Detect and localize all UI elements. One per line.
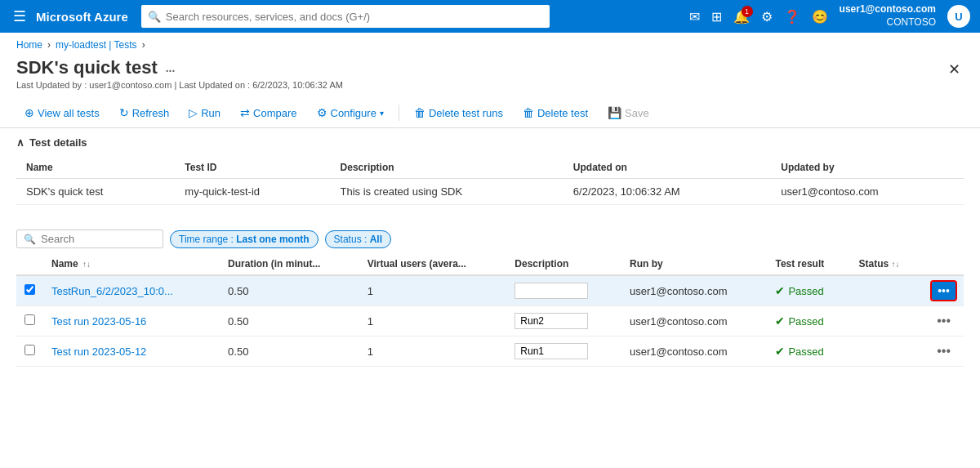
search-icon: 🔍 xyxy=(148,11,161,23)
nav-icons: ✉ ⊞ 🔔 1 ⚙ ❓ 😊 user1@contoso.com CONTOSO … xyxy=(689,3,970,29)
row2-status xyxy=(851,306,924,337)
breadcrumb-loadtest[interactable]: my-loadtest | Tests xyxy=(56,39,137,51)
test-details-table: Name Test ID Description Updated on Upda… xyxy=(16,157,964,205)
test-details-section: ∧ Test details Name Test ID Description … xyxy=(0,128,980,221)
row3-vusers: 1 xyxy=(359,337,507,367)
row2-description xyxy=(506,306,621,337)
toolbar: ⊕ View all tests ↻ Refresh ▷ Run ⇄ Compa… xyxy=(0,98,980,128)
row3-checkbox[interactable] xyxy=(24,345,35,355)
view-all-icon: ⊕ xyxy=(24,106,34,119)
configure-button[interactable]: ⚙ Configure ▾ xyxy=(309,103,392,123)
time-range-filter[interactable]: Time range : Last one month xyxy=(170,230,318,248)
hamburger-menu[interactable]: ☰ xyxy=(10,4,29,29)
row3-checkbox-cell xyxy=(16,337,43,367)
table-row: Test run 2023-05-16 0.50 1 user1@contoso… xyxy=(16,306,964,337)
compare-button[interactable]: ⇄ Compare xyxy=(232,103,305,123)
row2-vusers: 1 xyxy=(359,306,507,337)
row2-more-actions: ••• xyxy=(924,306,964,337)
row3-more-button[interactable]: ••• xyxy=(932,342,956,360)
row1-description xyxy=(506,275,621,306)
row2-checkbox[interactable] xyxy=(24,314,35,325)
detail-name: SDK's quick test xyxy=(16,179,175,205)
row1-testresult: ✔ Passed xyxy=(767,275,850,306)
row1-name: TestRun_6/2/2023_10:0... xyxy=(43,275,220,306)
row2-desc-input[interactable] xyxy=(514,313,588,329)
row2-duration: 0.50 xyxy=(220,306,359,337)
help-icon[interactable]: ❓ xyxy=(784,9,800,25)
runs-section: Name ↑↓ Duration (in minut... Virtual us… xyxy=(0,253,980,367)
runs-col-name: Name ↑↓ xyxy=(43,253,220,275)
save-icon: 💾 xyxy=(608,106,621,119)
run-button[interactable]: ▷ Run xyxy=(180,103,229,123)
toolbar-separator xyxy=(399,105,399,121)
status-filter[interactable]: Status : All xyxy=(325,230,391,248)
passed-icon: ✔ xyxy=(775,345,785,358)
save-button[interactable]: 💾 Save xyxy=(599,103,657,123)
col-name: Name xyxy=(16,157,175,179)
runs-col-status: Status ↑↓ xyxy=(851,253,924,275)
delete-runs-button[interactable]: 🗑 Delete test runs xyxy=(406,103,511,123)
row2-checkbox-cell xyxy=(16,306,43,337)
row1-checkbox[interactable] xyxy=(24,284,35,295)
row2-runby: user1@contoso.com xyxy=(621,306,767,337)
settings-icon[interactable]: ⚙ xyxy=(761,9,773,25)
row3-desc-input[interactable] xyxy=(514,343,588,359)
notification-badge: 1 xyxy=(742,6,753,17)
close-button[interactable]: ✕ xyxy=(945,57,964,82)
collapse-icon: ∧ xyxy=(16,136,24,149)
page-title: SDK's quick test xyxy=(16,57,158,78)
row2-testresult: ✔ Passed xyxy=(767,306,850,337)
runs-col-duration: Duration (in minut... xyxy=(220,253,359,275)
col-description: Description xyxy=(331,157,564,179)
delete-test-icon: 🗑 xyxy=(523,106,534,119)
breadcrumb-home[interactable]: Home xyxy=(16,39,42,51)
user-info: user1@contoso.com CONTOSO xyxy=(840,3,936,29)
row1-name-link[interactable]: TestRun_6/2/2023_10:0... xyxy=(51,285,173,297)
view-all-tests-button[interactable]: ⊕ View all tests xyxy=(16,103,108,123)
run-icon: ▷ xyxy=(189,106,198,119)
email-icon[interactable]: ✉ xyxy=(689,9,700,25)
page-subtitle: Last Updated by : user1@contoso.com | La… xyxy=(16,80,343,90)
search-input[interactable] xyxy=(41,233,156,245)
row3-name-link[interactable]: Test run 2023-05-12 xyxy=(51,345,146,358)
runs-col-testresult: Test result xyxy=(767,253,850,275)
runs-col-actions xyxy=(924,253,964,275)
runs-col-vusers: Virtual users (avera... xyxy=(359,253,507,275)
detail-testid: my-quick-test-id xyxy=(175,179,330,205)
row2-more-button[interactable]: ••• xyxy=(932,312,956,330)
passed-icon: ✔ xyxy=(775,284,785,297)
search-icon: 🔍 xyxy=(24,234,36,245)
global-search-input[interactable] xyxy=(166,11,543,23)
ellipsis-menu[interactable]: ... xyxy=(166,61,176,74)
portal-icon[interactable]: ⊞ xyxy=(711,9,722,25)
avatar[interactable]: U xyxy=(947,5,970,28)
delete-test-button[interactable]: 🗑 Delete test xyxy=(514,103,596,123)
table-row: TestRun_6/2/2023_10:0... 0.50 1 user1@co… xyxy=(16,275,964,306)
row2-name-link[interactable]: Test run 2023-05-16 xyxy=(51,315,146,328)
refresh-button[interactable]: ↻ Refresh xyxy=(111,103,178,123)
test-details-row: SDK's quick test my-quick-test-id This i… xyxy=(16,179,964,205)
refresh-icon: ↻ xyxy=(119,106,129,119)
configure-icon: ⚙ xyxy=(317,106,327,119)
row1-desc-input[interactable] xyxy=(514,283,588,299)
row1-runby: user1@contoso.com xyxy=(621,275,767,306)
name-sort-icon[interactable]: ↑↓ xyxy=(82,260,91,269)
row2-name: Test run 2023-05-16 xyxy=(43,306,220,337)
feedback-icon[interactable]: 😊 xyxy=(812,9,828,25)
status-sort-icon[interactable]: ↑↓ xyxy=(892,260,900,269)
test-details-header[interactable]: ∧ Test details xyxy=(16,136,964,149)
row3-description xyxy=(506,337,621,367)
row1-more-actions: ••• xyxy=(924,275,964,306)
row3-duration: 0.50 xyxy=(220,337,359,367)
row3-status xyxy=(851,337,924,367)
runs-table: Name ↑↓ Duration (in minut... Virtual us… xyxy=(16,253,964,367)
brand-logo: Microsoft Azure xyxy=(36,10,128,24)
row1-more-button[interactable]: ••• xyxy=(932,282,956,300)
row1-checkbox-cell xyxy=(16,275,43,306)
detail-updatedon: 6/2/2023, 10:06:32 AM xyxy=(564,179,771,205)
filters-row: 🔍 Time range : Last one month Status : A… xyxy=(0,221,980,253)
row3-runby: user1@contoso.com xyxy=(621,337,767,367)
row3-more-actions: ••• xyxy=(924,337,964,367)
notifications-icon[interactable]: 🔔 1 xyxy=(733,9,750,25)
compare-icon: ⇄ xyxy=(240,106,250,119)
